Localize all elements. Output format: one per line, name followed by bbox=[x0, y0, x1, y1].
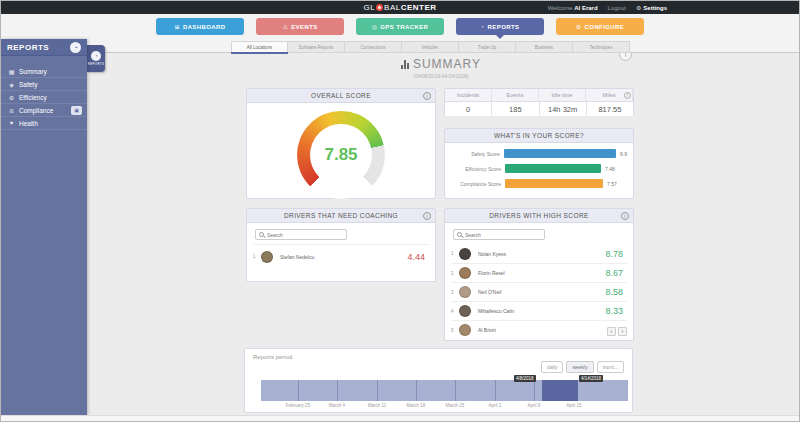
welcome-text: Welcome Al Erard bbox=[548, 5, 598, 11]
score-breakdown-panel: WHAT'S IN YOUR SCORE? Safety Score 8.9 E… bbox=[444, 128, 634, 199]
active-nav-pointer bbox=[496, 35, 504, 39]
reports-period-label: Reports period bbox=[253, 354, 292, 360]
selected-period-range[interactable] bbox=[542, 380, 578, 401]
gridline bbox=[298, 380, 299, 401]
nav-dashboard-button[interactable]: ⊞DASHBOARD bbox=[156, 18, 244, 35]
settings-link[interactable]: ⚙Settings bbox=[636, 4, 667, 11]
page-footer bbox=[1, 415, 799, 421]
logo-globe-icon bbox=[376, 4, 383, 11]
coaching-search-input[interactable] bbox=[267, 232, 346, 238]
driver-row[interactable]: 5 Al Briort 8 bbox=[451, 320, 627, 339]
high-score-search[interactable] bbox=[453, 229, 545, 240]
efficiency-score-bar bbox=[505, 164, 601, 173]
nav-gps-tracker-button[interactable]: ◎GPS TRACKER bbox=[356, 18, 444, 35]
gauge-center: 7.85 bbox=[310, 124, 372, 186]
driver-row[interactable]: 3 Neil O'Neil 8.58 bbox=[451, 282, 627, 301]
driver-score: 4.44 bbox=[407, 252, 425, 262]
sidebar-item-safety[interactable]: ◈Safety bbox=[1, 78, 87, 91]
compliance-score-value: 7.57 bbox=[607, 181, 617, 187]
monthly-button[interactable]: mont... bbox=[597, 361, 624, 373]
axis-label: February 25 bbox=[286, 403, 310, 408]
sidebar-item-efficiency[interactable]: ⚙Efficiency bbox=[1, 91, 87, 104]
search-icon bbox=[457, 232, 462, 237]
configure-gear-icon: ⚙ bbox=[576, 23, 582, 30]
driver-name: Florin Resel bbox=[478, 270, 605, 276]
nav-reports-button[interactable]: ◔REPORTS bbox=[456, 18, 544, 35]
health-heart-icon: ♥ bbox=[8, 120, 15, 126]
coaching-search[interactable] bbox=[255, 229, 347, 240]
gear-icon: ⚙ bbox=[636, 4, 641, 11]
driver-score: 8.67 bbox=[605, 268, 623, 278]
sidebar-item-summary[interactable]: ▦Summary bbox=[1, 65, 87, 78]
handle-pie-icon: ◔ bbox=[91, 51, 101, 61]
nav-configure-button[interactable]: ⚙CONFIGURE bbox=[556, 18, 644, 35]
weekly-button[interactable]: weekly bbox=[566, 361, 593, 373]
overall-score-gauge: 7.85 bbox=[297, 111, 385, 199]
logo[interactable]: GLBALCENTER bbox=[1, 1, 799, 14]
safety-score-row: Safety Score 8.9 bbox=[449, 149, 627, 158]
sub-tabs: All Locations Software Reports Connectio… bbox=[231, 41, 630, 53]
high-score-search-input[interactable] bbox=[465, 232, 544, 238]
logo-text-bal: BAL bbox=[384, 3, 401, 12]
gridline bbox=[337, 380, 338, 401]
driver-score: 8.58 bbox=[605, 287, 623, 297]
tab-trade-up[interactable]: Trade Up bbox=[459, 41, 516, 53]
handle-label: REPORTS bbox=[88, 62, 105, 66]
info-icon[interactable]: i bbox=[423, 212, 431, 220]
stats-table: Incidents Events Idle time Miles i 0 185… bbox=[444, 88, 634, 116]
axis-label: March 25 bbox=[446, 403, 465, 408]
avatar bbox=[459, 305, 471, 317]
topbar-user-area: Welcome Al Erard Logout ⚙Settings bbox=[548, 1, 667, 14]
efficiency-gear-icon: ⚙ bbox=[8, 94, 15, 101]
score-breakdown-header: WHAT'S IN YOUR SCORE? bbox=[445, 129, 633, 143]
tab-connections[interactable]: Connections bbox=[345, 41, 402, 53]
sidebar-title: REPORTS bbox=[7, 43, 49, 52]
axis-label: March 4 bbox=[329, 403, 345, 408]
gridline bbox=[377, 380, 378, 401]
axis-label: March 11 bbox=[368, 403, 386, 408]
driver-name: Mihailescu Calin bbox=[478, 308, 605, 314]
safety-score-bar bbox=[504, 149, 616, 158]
compliance-badge[interactable]: ▣ bbox=[71, 106, 82, 115]
tab-vehicles[interactable]: Vehicles bbox=[402, 41, 459, 53]
safety-shield-icon: ◈ bbox=[8, 81, 15, 88]
stats-value-row: 0 185 14h 32m 817.55 bbox=[445, 102, 633, 116]
summary-title-icon bbox=[401, 60, 409, 69]
next-page-button[interactable]: › bbox=[618, 327, 627, 336]
tab-techniques[interactable]: Techniques bbox=[573, 41, 630, 53]
driver-name: Neil O'Neil bbox=[478, 289, 605, 295]
summary-header: SUMMARY (04/08/2018-04/14/2018) bbox=[246, 57, 636, 79]
sidebar-collapse-handle[interactable]: ◔ REPORTS bbox=[87, 45, 105, 72]
sidebar-header: REPORTS ◔ bbox=[1, 39, 87, 56]
tab-software-reports[interactable]: Software Reports bbox=[288, 41, 345, 53]
sidebar-refresh-icon[interactable]: ◔ bbox=[70, 42, 81, 53]
pagination: ‹ › bbox=[607, 327, 627, 336]
driver-score: 8.78 bbox=[605, 249, 623, 259]
stats-info-icon[interactable]: i bbox=[624, 92, 631, 99]
stats-header-row: Incidents Events Idle time Miles i bbox=[445, 89, 633, 102]
summary-chart-icon: ▦ bbox=[8, 68, 15, 75]
period-timeline[interactable]: 4/8/2018 4/14/2018 February 25 March 4 M… bbox=[261, 380, 628, 401]
efficiency-score-row: Efficiency Score 7.48 bbox=[449, 164, 627, 173]
tab-business[interactable]: Business bbox=[516, 41, 573, 53]
coaching-driver-row[interactable]: 1 Stefan Nedelcu 4.44 bbox=[253, 244, 429, 268]
nav-events-button[interactable]: ⚠EVENTS bbox=[256, 18, 344, 35]
driver-row[interactable]: 2 Florin Resel 8.67 bbox=[451, 263, 627, 282]
info-icon[interactable]: i bbox=[621, 212, 629, 220]
tab-all-locations[interactable]: All Locations bbox=[231, 41, 288, 53]
dashboard-icon: ⊞ bbox=[174, 23, 179, 30]
driver-row[interactable]: 1 Nolan Kyess 8.78 bbox=[451, 244, 627, 263]
avatar bbox=[261, 251, 273, 263]
gps-pin-icon: ◎ bbox=[372, 23, 378, 30]
daily-button[interactable]: daily bbox=[541, 361, 563, 373]
axis-label: April 15 bbox=[566, 403, 581, 408]
sidebar-item-health[interactable]: ♥Health bbox=[1, 117, 87, 130]
info-icon[interactable]: i bbox=[423, 92, 431, 100]
driver-score: 8.33 bbox=[605, 306, 623, 316]
topbar: GLBALCENTER Welcome Al Erard Logout ⚙Set… bbox=[1, 1, 799, 14]
logout-link[interactable]: Logout bbox=[608, 5, 626, 11]
page-title: SUMMARY bbox=[413, 57, 481, 71]
sidebar-item-compliance[interactable]: ≋Compliance ▣ bbox=[1, 104, 87, 117]
driver-row[interactable]: 4 Mihailescu Calin 8.33 bbox=[451, 301, 627, 320]
prev-page-button[interactable]: ‹ bbox=[607, 327, 616, 336]
